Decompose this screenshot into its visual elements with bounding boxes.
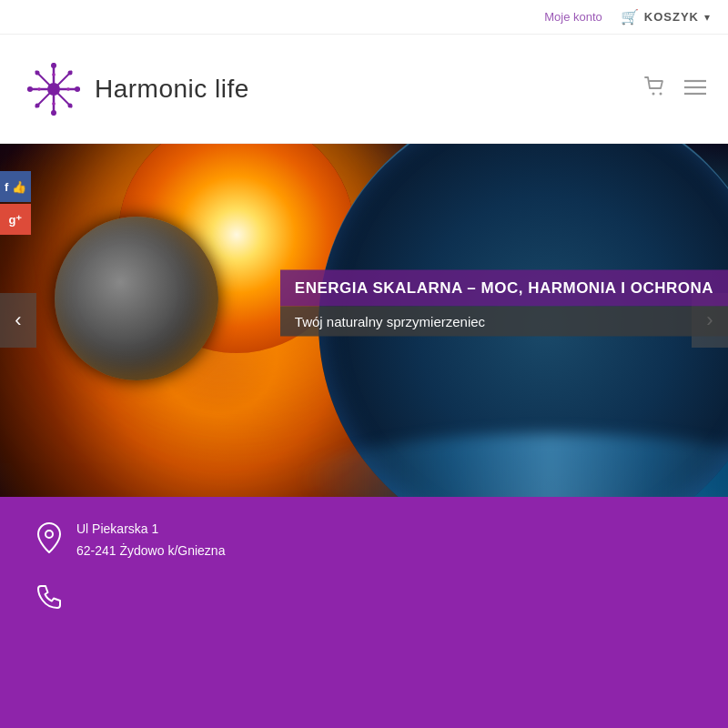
slide-subtitle: Twój naturalny sprzymierzeniec [280,306,728,336]
svg-point-10 [51,110,56,116]
hero-slider: f 👍 g⁺ ‹ › ENERGIA SKALARNA – MOC, HARMO… [0,144,728,497]
svg-point-15 [68,70,73,75]
svg-point-11 [27,86,33,92]
google-plus-button[interactable]: g⁺ [0,204,31,235]
cart-icon: 🛒 [621,8,639,25]
footer-info-section: Ul Piekarska 1 62-241 Żydowo k/Gniezna [0,497,728,728]
facebook-icon: f 👍 [5,180,26,194]
svg-point-17 [52,73,56,76]
menu-icon[interactable] [684,77,706,101]
slider-prev-button[interactable]: ‹ [0,293,36,348]
logo-icon [22,57,86,121]
svg-point-22 [660,92,662,95]
svg-point-16 [35,103,40,107]
social-sidebar: f 👍 g⁺ [0,171,31,235]
address-row: Ul Piekarska 1 62-241 Żydowo k/Gniezna [36,519,692,562]
location-icon [36,522,62,560]
logo-text: Harmonic life [95,75,249,104]
my-account-link[interactable]: Moje konto [544,10,602,24]
svg-point-26 [46,531,53,538]
logo-area[interactable]: Harmonic life [22,57,249,121]
cart-label: KOSZYK [644,10,699,24]
svg-point-18 [52,102,56,106]
svg-point-9 [51,63,56,68]
header-icons [644,76,706,102]
cart-header-icon[interactable] [644,76,666,102]
svg-point-21 [652,92,655,95]
phone-icon [36,584,62,616]
site-header: Harmonic life [0,35,728,144]
svg-point-20 [66,87,70,91]
svg-point-19 [37,87,41,91]
svg-point-13 [35,70,40,75]
address-line2: 62-241 Żydowo k/Gniezna [76,541,225,562]
facebook-button[interactable]: f 👍 [0,171,31,202]
slide-title: ENERGIA SKALARNA – MOC, HARMONIA I OCHRO… [280,269,728,306]
svg-point-12 [75,86,80,92]
address-line1: Ul Piekarska 1 [76,519,225,541]
svg-point-14 [68,103,73,107]
top-bar: Moje konto 🛒 KOSZYK ▾ [0,0,728,35]
google-plus-icon: g⁺ [9,213,23,227]
slide-text-overlay: ENERGIA SKALARNA – MOC, HARMONIA I OCHRO… [280,269,728,336]
cart-area[interactable]: 🛒 KOSZYK ▾ [621,8,710,25]
planet-visual [55,217,218,380]
chevron-left-icon: ‹ [15,308,21,332]
chevron-down-icon: ▾ [704,11,710,24]
address-text: Ul Piekarska 1 62-241 Żydowo k/Gniezna [76,519,225,562]
phone-row [36,581,692,616]
